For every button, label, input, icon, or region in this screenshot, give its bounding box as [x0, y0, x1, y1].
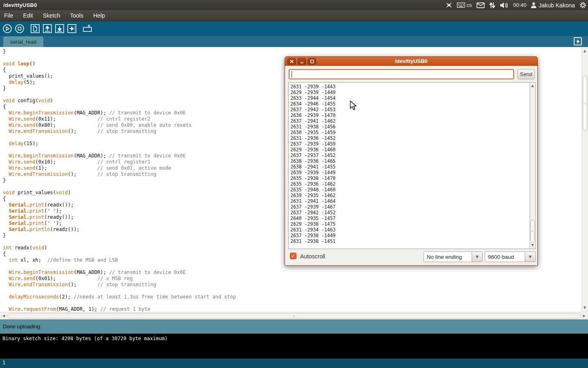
scroll-left-icon[interactable]: ◀ [2, 314, 5, 318]
upload-button[interactable] [66, 23, 78, 34]
transfer-arrows-icon[interactable] [489, 2, 495, 9]
code-line: { [3, 104, 236, 110]
editor-horizontal-scrollbar[interactable]: ◀ ▶ ‖ [0, 312, 588, 319]
serial-data-row: 2630 -2935 -1459 [290, 130, 336, 135]
code-line: Wire.send(1); // send 0x01, active mode [3, 165, 236, 171]
line-ending-select[interactable]: No line ending [423, 251, 472, 262]
scroll-up-icon[interactable]: ▲ [584, 49, 586, 53]
close-icon [290, 60, 294, 63]
menu-item-tools[interactable]: Tools [70, 12, 84, 19]
code-line: Wire.send(0x80); // send 0x80, enable au… [3, 122, 236, 128]
clock[interactable]: 00:40 [513, 2, 527, 8]
code-line: delay(15); [3, 141, 236, 147]
code-line: Wire.endTransmission(); // stop transmit… [3, 282, 236, 288]
tab-serial-read[interactable]: serial_read [3, 36, 43, 47]
serial-monitor-title: /dev/ttyUSB0 [395, 58, 428, 64]
serial-data-row: 2638 -2936 -1465 [290, 158, 336, 164]
system-tray: cs 00:40 Jakub Kakona [445, 0, 586, 10]
upload-icon [67, 24, 77, 34]
code-line: Wire.send(0x01); // x MSB reg [3, 276, 236, 282]
serial-data-row: 2639 -2935 -1462 [290, 193, 336, 198]
save-sketch-button[interactable] [54, 23, 65, 34]
maximize-button[interactable] [308, 58, 316, 65]
indicator-pinwheel-icon[interactable] [445, 2, 452, 9]
serial-data-row: 2638 -2941 -1455 [290, 164, 336, 170]
serial-data-row: 2639 -2939 -1449 [290, 170, 336, 175]
code-line: { [3, 196, 236, 202]
code-line: int readx(void) [3, 245, 236, 251]
code-line: void print_values(void) [3, 190, 236, 196]
menu-item-file[interactable]: File [4, 12, 13, 19]
serial-input-field[interactable] [289, 69, 514, 79]
serial-monitor-button[interactable] [82, 23, 93, 34]
serial-data-row: 2637 -2942 -1452 [290, 210, 336, 215]
serial-data-row: 2629 -2938 -1475 [290, 221, 336, 227]
editor-vscroll-thumb[interactable]: ≡ [583, 76, 587, 131]
serial-scroll-down-icon[interactable]: ▼ [531, 244, 534, 247]
minimize-button[interactable] [298, 58, 306, 65]
desktop: /dev/ttyUSB0 cs 00:40 Jakub Kakona [0, 0, 588, 368]
console-line: Binary sketch size: 4208 bytes (of a 307… [2, 336, 168, 341]
verify-button[interactable] [2, 23, 13, 34]
new-tab-arrow-icon [575, 39, 581, 44]
editor-vertical-scrollbar[interactable]: ▲ ▼ ≡ [581, 47, 588, 312]
serial-scroll-up-icon[interactable]: ▲ [531, 84, 534, 88]
serial-vscroll-thumb[interactable]: ≡ [530, 220, 535, 242]
line-ending-dropdown-button[interactable]: ▼ [472, 251, 483, 262]
code-line: delay(5); [3, 79, 236, 85]
build-console: Binary sketch size: 4208 bytes (of a 307… [0, 333, 588, 359]
code-line: Wire.beginTransmission(MAG_ADDR); // tra… [3, 110, 236, 116]
code-line: Wire.beginTransmission(MAG_ADDR); // tra… [3, 269, 236, 276]
serial-data-row: 2631 -2936 -1452 [290, 135, 336, 141]
serial-data-row: 2637 -2941 -1462 [290, 118, 336, 124]
code-line: int xl, xh; //define the MSB and LSB [3, 257, 236, 263]
serial-output-area[interactable]: 2631 -2939 -14432629 -2939 -14492633 -29… [288, 82, 530, 249]
editor-hscroll-thumb[interactable]: ‖ [7, 313, 581, 319]
code-line: Wire.send(0x10); // cntrl register1 [3, 159, 236, 165]
mouse-cursor [350, 101, 358, 112]
serial-monitor-window: /dev/ttyUSB0 Send 2631 -2939 -14432629 -… [285, 56, 538, 266]
scroll-down-icon[interactable]: ▼ [584, 306, 586, 310]
code-line [3, 55, 236, 61]
serial-data-row: 2635 -2940 -1460 [290, 187, 336, 193]
baud-rate-dropdown-button[interactable]: ▼ [525, 251, 536, 262]
menu-item-help[interactable]: Help [93, 12, 105, 19]
serial-data-row: 2629 -2939 -1449 [290, 90, 336, 95]
user-menu[interactable]: Jakub Kakona [531, 2, 575, 9]
username: Jakub Kakona [539, 2, 575, 9]
menu-item-sketch[interactable]: Sketch [43, 12, 60, 19]
new-sketch-button[interactable] [29, 23, 41, 34]
serial-vertical-scrollbar[interactable]: ▲ ▼ ≡ [530, 82, 536, 249]
serial-data-row: 2636 -2939 -1470 [290, 112, 336, 118]
autoscroll-checkbox[interactable]: ✓ [290, 253, 296, 259]
tab-bar: serial_read [0, 36, 588, 47]
close-button[interactable] [287, 58, 296, 65]
session-gear-icon[interactable] [579, 2, 586, 9]
code-line [3, 184, 236, 190]
menubar: FileEditSketchToolsHelp [0, 10, 588, 21]
serial-monitor-titlebar[interactable]: /dev/ttyUSB0 [285, 57, 537, 66]
baud-rate-select[interactable]: 9600 baud [485, 251, 525, 262]
serial-data-row: 2629 -2936 -1460 [290, 147, 336, 153]
send-button[interactable]: Send [517, 69, 535, 79]
mail-icon[interactable] [477, 2, 485, 8]
volume-icon[interactable] [500, 2, 509, 9]
open-sketch-button[interactable] [42, 23, 53, 34]
code-line: } [3, 177, 236, 184]
new-tab-button[interactable] [574, 37, 582, 45]
code-line: } [3, 49, 236, 55]
serial-data-row: 2631 -2938 -1456 [290, 124, 336, 130]
code-line: Serial.print(" "); [3, 220, 236, 227]
code-line [3, 135, 236, 141]
chevron-down-icon: ▼ [529, 255, 532, 259]
current-line-number: 1 [2, 360, 5, 366]
stop-button[interactable] [14, 23, 25, 34]
serial-monitor-icon [82, 24, 93, 34]
serial-data-row: 2637 -2939 -1467 [290, 204, 336, 210]
code-line: } [3, 233, 236, 239]
code-text: } void loop(){ print_values(); delay(5);… [3, 49, 236, 312]
keyboard-layout-indicator[interactable]: cs [457, 2, 472, 8]
serial-data-row: 2634 -2946 -1455 [290, 101, 336, 107]
menu-item-edit[interactable]: Edit [23, 12, 33, 19]
scroll-right-icon[interactable]: ▶ [583, 314, 586, 318]
